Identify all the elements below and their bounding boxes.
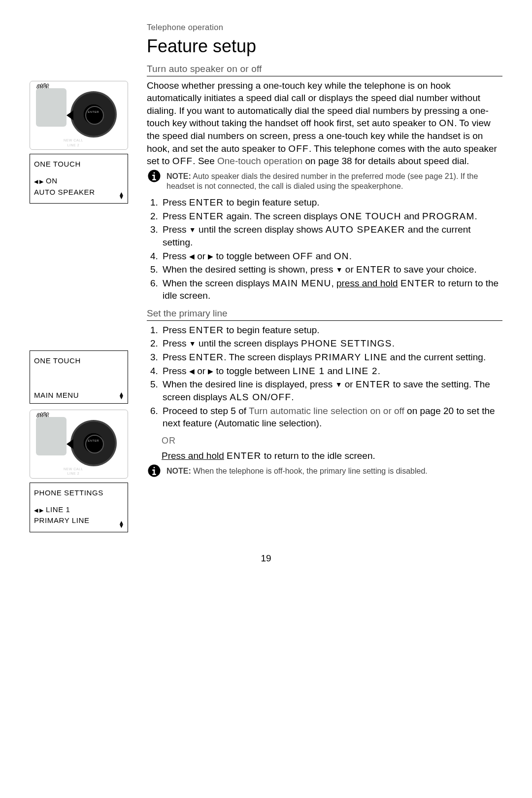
down-arrow-icon: ▼ [335, 381, 342, 388]
lcd3-line1: PHONE SETTINGS [34, 488, 124, 498]
steps-section-1: Press ENTER to begin feature setup. Pres… [147, 196, 502, 302]
right-arrow-icon: ▶ [208, 252, 213, 260]
lr-arrows-icon [34, 505, 43, 514]
down-arrow-icon: ▼ [189, 340, 196, 347]
note-1: NOTE: Auto speaker dials the desired num… [147, 172, 502, 191]
svg-rect-8 [152, 469, 155, 471]
step: Press ◀ or ▶ to toggle between LINE 1 an… [161, 365, 502, 378]
new-call-label: NEW CALLLINE 2 [64, 138, 83, 147]
or-divider: OR [162, 435, 502, 447]
step: Press ◀ or ▶ to toggle between OFF and O… [161, 250, 502, 263]
lcd1-line3: AUTO SPEAKER [34, 187, 124, 197]
device-illustration-2: at&t ENTER NEW CALLLINE 2 [30, 410, 128, 479]
arrow-left-icon [66, 110, 73, 120]
info-icon [147, 463, 162, 478]
step: Press ENTER again. The screen displays O… [161, 210, 502, 223]
lcd1-line2: ON [46, 176, 58, 185]
lcd-screen-1: ONE TOUCH ON AUTO SPEAKER ▲▼ [30, 154, 128, 204]
left-arrow-icon: ◀ [189, 367, 195, 375]
page-number: 19 [30, 552, 502, 565]
svg-rect-9 [152, 474, 156, 475]
step: Press ENTER to begin feature setup. [161, 196, 502, 209]
step: Press ▼ until the screen display shows A… [161, 223, 502, 248]
step: When the desired setting is shown, press… [161, 263, 502, 276]
nav-wheel [70, 91, 117, 138]
device-lcd [36, 88, 66, 127]
step: When the screen displays MAIN MENU, pres… [161, 277, 502, 302]
enter-label: ENTER [88, 110, 99, 114]
enter-label: ENTER [88, 439, 99, 443]
step: Press ▼ until the screen displays PHONE … [161, 337, 502, 350]
arrow-left-icon [66, 439, 73, 449]
info-icon [147, 169, 162, 183]
page-title: Feature setup [147, 35, 502, 59]
step: Proceed to step 5 of Turn automatic line… [161, 405, 502, 430]
lcd-screen-3: PHONE SETTINGS LINE 1 PRIMARY LINE ▲▼ [30, 483, 128, 532]
lcd-screen-2: ONE TOUCH MAIN MENU ▲▼ [30, 350, 128, 404]
step: Press ENTER to begin feature setup. [161, 324, 502, 337]
svg-rect-1 [154, 172, 155, 173]
new-call-label: NEW CALLLINE 2 [64, 467, 83, 476]
nav-wheel [70, 420, 117, 466]
lr-arrows-icon [34, 176, 43, 185]
note-2: NOTE: When the telephone is off-hook, th… [147, 466, 502, 476]
sidebar: at&t ENTER NEW CALLLINE 2 ONE TOUCH ON A… [30, 22, 138, 541]
left-arrow-icon: ◀ [189, 252, 195, 260]
down-arrow-icon: ▼ [336, 266, 343, 274]
lcd1-line1: ONE TOUCH [34, 159, 124, 169]
up-down-icon: ▲▼ [119, 392, 125, 399]
down-arrow-icon: ▼ [189, 226, 196, 234]
lcd3-line2: LINE 1 [46, 505, 70, 514]
main-content: Telephone operation Feature setup Turn a… [138, 22, 502, 541]
steps-section-2: Press ENTER to begin feature setup. Pres… [147, 324, 502, 430]
lcd3-line3: PRIMARY LINE [34, 516, 124, 525]
lcd2-line1: ONE TOUCH [34, 356, 124, 366]
breadcrumb: Telephone operation [147, 22, 502, 33]
lcd2-line2: MAIN MENU [34, 390, 124, 400]
right-arrow-icon: ▶ [208, 367, 213, 375]
svg-rect-4 [152, 179, 156, 180]
up-down-icon: ▲▼ [119, 192, 125, 199]
intro-paragraph: Choose whether pressing a one-touch key … [147, 79, 502, 168]
device-illustration-1: at&t ENTER NEW CALLLINE 2 [30, 81, 128, 150]
step: When the desired line is displayed, pres… [161, 378, 502, 403]
section-heading-1: Turn auto speaker on or off [147, 63, 502, 76]
step: Press ENTER. The screen displays PRIMARY… [161, 351, 502, 364]
svg-rect-3 [152, 174, 155, 176]
svg-rect-6 [154, 467, 155, 468]
press-hold-line: Press and hold ENTER to return to the id… [162, 450, 502, 462]
up-down-icon: ▲▼ [119, 521, 125, 528]
device-lcd [36, 417, 66, 455]
section-heading-2: Set the primary line [147, 307, 502, 321]
